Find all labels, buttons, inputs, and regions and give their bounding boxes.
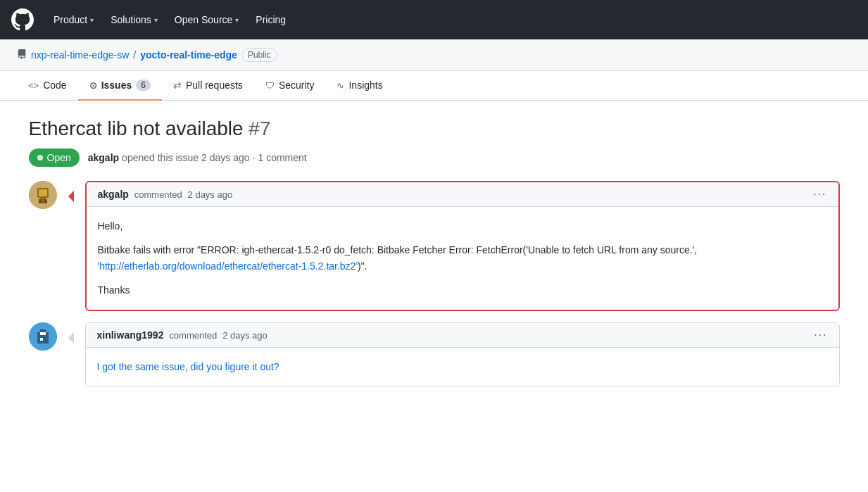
code-icon: <> — [28, 80, 39, 91]
comment-2-header: xinliwang1992 commented 2 days ago ··· — [86, 323, 839, 348]
comment-1-link[interactable]: 'http://etherlab.org/download/ethercat/e… — [98, 260, 358, 272]
comment-2-box: xinliwang1992 commented 2 days ago ··· I… — [85, 322, 840, 386]
comment-1-header-left: akgalp commented 2 days ago — [98, 189, 233, 200]
comment-1-author[interactable]: akgalp — [98, 189, 129, 200]
nav-open-source-chevron: ▾ — [235, 16, 239, 24]
top-navigation: Product ▾ Solutions ▾ Open Source ▾ Pric… — [0, 0, 868, 39]
tab-navigation: <> Code ⊙ Issues 6 ⇄ Pull requests 🛡 Sec… — [0, 71, 868, 101]
svg-rect-23 — [43, 341, 46, 343]
comment-2-container: xinliwang1992 commented 2 days ago ··· I… — [29, 322, 840, 386]
comment-2-line-1: I got the same issue, did you figure it … — [97, 359, 828, 374]
comment-1-line-1: Hello, — [98, 218, 827, 234]
tab-security[interactable]: 🛡 Security — [254, 71, 326, 101]
main-content: Ethercat lib not available #7 Open akgal… — [12, 101, 857, 415]
issue-author[interactable]: akgalp — [88, 152, 119, 163]
xinliwang-avatar — [29, 322, 57, 351]
issues-icon: ⊙ — [89, 80, 97, 91]
tab-insights-label: Insights — [348, 80, 382, 91]
svg-rect-11 — [43, 332, 46, 335]
svg-rect-13 — [37, 335, 40, 338]
open-badge-label: Open — [47, 152, 71, 163]
svg-rect-22 — [40, 341, 43, 343]
issue-number: #7 — [249, 118, 270, 139]
comment-2-action: commented — [169, 330, 217, 341]
svg-rect-10 — [40, 332, 43, 335]
breadcrumb-current-repo[interactable]: yocto-real-time-edge — [140, 49, 237, 61]
pull-requests-icon: ⇄ — [173, 80, 182, 91]
svg-rect-7 — [40, 329, 43, 332]
comment-1-time: 2 days ago — [188, 189, 233, 200]
svg-rect-12 — [46, 332, 49, 335]
comment-1-container: akgalp commented 2 days ago ··· Hello, B… — [29, 181, 840, 311]
comment-1-body: Hello, Bitbake fails with error "ERROR: … — [87, 207, 838, 310]
github-logo[interactable] — [11, 8, 34, 31]
issue-title-text: Ethercat lib not available — [29, 118, 244, 139]
nav-product-label: Product — [54, 14, 87, 25]
nav-open-source[interactable]: Open Source ▾ — [172, 8, 242, 31]
comment-2-body: I got the same issue, did you figure it … — [86, 348, 839, 386]
comment-1-action: commented — [134, 189, 182, 200]
comment-1-line-2: Bitbake fails with error "ERROR: igh-eth… — [98, 242, 827, 274]
issues-badge: 6 — [136, 80, 151, 91]
svg-rect-21 — [37, 341, 40, 343]
svg-rect-16 — [46, 335, 49, 338]
comment-1-line-3: Thanks — [98, 282, 827, 298]
nav-solutions-label: Solutions — [111, 14, 151, 25]
tab-pull-requests[interactable]: ⇄ Pull requests — [162, 71, 254, 101]
svg-rect-5 — [44, 199, 47, 203]
svg-rect-15 — [43, 335, 46, 338]
nav-open-source-label: Open Source — [175, 14, 233, 25]
breadcrumb: nxp-real-time-edge-sw / yocto-real-time-… — [0, 39, 868, 71]
issue-time-ago: 2 days ago — [201, 152, 250, 163]
svg-rect-20 — [46, 338, 49, 341]
tab-code[interactable]: <> Code — [17, 71, 78, 101]
svg-rect-19 — [43, 338, 46, 341]
breadcrumb-separator: / — [133, 49, 136, 61]
tab-code-label: Code — [43, 80, 66, 91]
comment-2-time: 2 days ago — [222, 330, 268, 341]
nav-product-chevron: ▾ — [90, 16, 94, 24]
comment-2-arrow — [68, 332, 74, 343]
nav-pricing-label: Pricing — [256, 14, 286, 25]
open-badge-dot — [37, 155, 43, 160]
comment-arrow-highlighted — [68, 191, 74, 202]
nav-solutions[interactable]: Solutions ▾ — [108, 8, 161, 31]
svg-rect-2 — [39, 189, 47, 196]
tab-issues-label: Issues — [101, 80, 132, 91]
issue-meta: Open akgalp opened this issue 2 days ago… — [29, 149, 840, 167]
breadcrumb-parent-repo[interactable]: nxp-real-time-edge-sw — [31, 49, 129, 61]
comment-1-header: akgalp commented 2 days ago ··· — [87, 182, 838, 207]
svg-rect-4 — [39, 199, 42, 203]
repo-icon — [17, 49, 27, 61]
tab-pull-requests-label: Pull requests — [186, 80, 243, 91]
svg-rect-17 — [37, 338, 40, 341]
insights-icon: ∿ — [336, 80, 344, 91]
svg-rect-8 — [43, 329, 46, 332]
nav-pricing[interactable]: Pricing — [253, 8, 289, 31]
nav-solutions-chevron: ▾ — [154, 16, 158, 24]
tab-issues[interactable]: ⊙ Issues 6 — [78, 71, 162, 101]
public-badge: Public — [241, 48, 277, 62]
comment-2-header-left: xinliwang1992 commented 2 days ago — [97, 329, 268, 341]
svg-rect-9 — [37, 332, 40, 335]
svg-rect-18 — [40, 338, 43, 341]
svg-rect-24 — [46, 341, 49, 343]
issue-opened-text: opened this issue — [122, 152, 199, 163]
tab-security-label: Security — [279, 80, 315, 91]
svg-rect-14 — [40, 335, 43, 338]
issue-comment-count: 1 comment — [258, 152, 306, 163]
comment-2-more-button[interactable]: ··· — [814, 329, 827, 341]
issue-dot: · — [253, 152, 256, 163]
nav-product[interactable]: Product ▾ — [51, 8, 96, 31]
akgalp-avatar — [29, 181, 57, 209]
tab-insights[interactable]: ∿ Insights — [325, 71, 394, 101]
comment-1-more-button[interactable]: ··· — [813, 188, 826, 201]
open-badge: Open — [29, 149, 80, 167]
issue-title: Ethercat lib not available #7 — [29, 118, 840, 140]
comment-2-author[interactable]: xinliwang1992 — [97, 329, 164, 341]
comment-1-box: akgalp commented 2 days ago ··· Hello, B… — [85, 181, 840, 311]
security-icon: 🛡 — [265, 80, 275, 91]
